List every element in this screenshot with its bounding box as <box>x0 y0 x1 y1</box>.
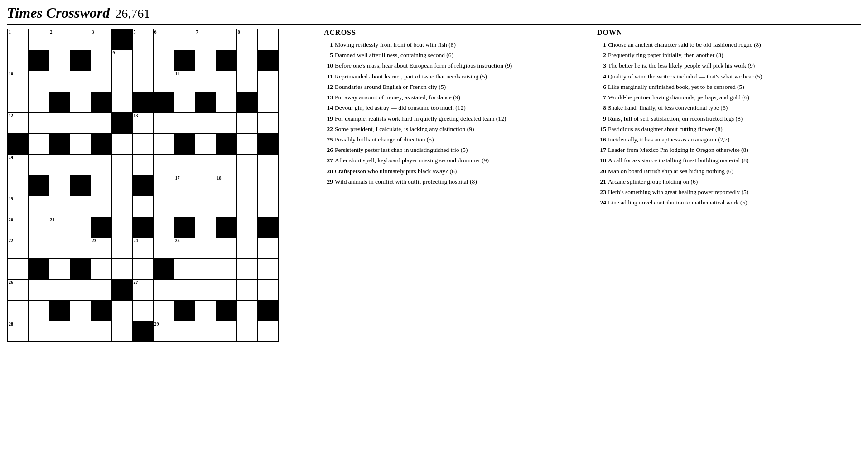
grid-cell[interactable]: 22 <box>7 238 28 258</box>
grid-cell[interactable] <box>174 217 195 238</box>
grid-cell[interactable] <box>28 321 49 342</box>
grid-cell[interactable] <box>91 112 111 133</box>
grid-cell[interactable] <box>49 175 70 196</box>
grid-cell[interactable] <box>153 196 174 217</box>
grid-cell[interactable] <box>195 133 216 154</box>
grid-cell[interactable]: 5 <box>132 29 153 50</box>
grid-cell[interactable] <box>153 175 174 196</box>
crossword-grid[interactable]: 1235678910111213141718192021222324252627… <box>7 29 279 342</box>
grid-cell[interactable] <box>132 258 153 279</box>
grid-cell[interactable]: 7 <box>195 29 216 50</box>
grid-cell[interactable]: 27 <box>132 279 153 300</box>
grid-cell[interactable] <box>111 175 132 196</box>
grid-cell[interactable] <box>132 133 153 154</box>
grid-cell[interactable]: 23 <box>91 238 111 258</box>
grid-cell[interactable] <box>216 258 236 279</box>
grid-cell[interactable] <box>257 321 278 342</box>
grid-cell[interactable] <box>236 321 257 342</box>
grid-cell[interactable] <box>49 112 70 133</box>
grid-cell[interactable] <box>257 258 278 279</box>
grid-cell[interactable] <box>174 321 195 342</box>
grid-cell[interactable] <box>7 175 28 196</box>
grid-cell[interactable] <box>7 50 28 71</box>
grid-cell[interactable]: 9 <box>111 50 132 71</box>
grid-cell[interactable]: 3 <box>91 29 111 50</box>
grid-cell[interactable] <box>236 50 257 71</box>
grid-cell[interactable] <box>49 133 70 154</box>
grid-cell[interactable] <box>91 154 111 175</box>
grid-cell[interactable] <box>111 238 132 258</box>
grid-cell[interactable]: 19 <box>7 196 28 217</box>
grid-cell[interactable]: 12 <box>7 112 28 133</box>
grid-cell[interactable]: 13 <box>132 112 153 133</box>
grid-cell[interactable] <box>153 258 174 279</box>
grid-cell[interactable] <box>28 279 49 300</box>
grid-cell[interactable] <box>70 238 91 258</box>
grid-cell[interactable] <box>91 71 111 92</box>
grid-cell[interactable] <box>111 321 132 342</box>
grid-cell[interactable] <box>153 71 174 92</box>
grid-cell[interactable] <box>216 29 236 50</box>
grid-cell[interactable] <box>49 154 70 175</box>
grid-cell[interactable] <box>195 92 216 112</box>
grid-cell[interactable] <box>153 154 174 175</box>
grid-cell[interactable] <box>195 50 216 71</box>
grid-cell[interactable] <box>70 50 91 71</box>
grid-cell[interactable] <box>236 112 257 133</box>
grid-cell[interactable] <box>28 29 49 50</box>
grid-cell[interactable] <box>111 92 132 112</box>
grid-cell[interactable] <box>257 154 278 175</box>
grid-cell[interactable] <box>70 29 91 50</box>
grid-cell[interactable] <box>153 112 174 133</box>
grid-cell[interactable]: 24 <box>132 238 153 258</box>
grid-cell[interactable] <box>132 175 153 196</box>
grid-cell[interactable] <box>195 258 216 279</box>
grid-cell[interactable] <box>111 29 132 50</box>
grid-cell[interactable]: 20 <box>7 217 28 238</box>
grid-cell[interactable] <box>70 321 91 342</box>
grid-cell[interactable] <box>28 217 49 238</box>
grid-cell[interactable] <box>153 217 174 238</box>
grid-cell[interactable] <box>28 196 49 217</box>
grid-cell[interactable] <box>216 50 236 71</box>
grid-cell[interactable] <box>257 300 278 321</box>
grid-cell[interactable] <box>7 258 28 279</box>
grid-cell[interactable] <box>236 175 257 196</box>
grid-cell[interactable] <box>70 133 91 154</box>
grid-cell[interactable] <box>28 71 49 92</box>
grid-cell[interactable] <box>70 175 91 196</box>
grid-cell[interactable] <box>216 112 236 133</box>
grid-cell[interactable]: 1 <box>7 29 28 50</box>
grid-cell[interactable] <box>174 112 195 133</box>
grid-cell[interactable] <box>111 258 132 279</box>
grid-cell[interactable] <box>216 71 236 92</box>
grid-cell[interactable] <box>91 50 111 71</box>
grid-cell[interactable]: 8 <box>236 29 257 50</box>
grid-cell[interactable] <box>111 217 132 238</box>
grid-cell[interactable] <box>257 279 278 300</box>
grid-cell[interactable] <box>195 71 216 92</box>
grid-cell[interactable] <box>174 50 195 71</box>
grid-cell[interactable] <box>111 300 132 321</box>
grid-cell[interactable] <box>70 112 91 133</box>
grid-cell[interactable] <box>216 279 236 300</box>
grid-cell[interactable] <box>174 133 195 154</box>
grid-cell[interactable] <box>132 154 153 175</box>
grid-cell[interactable] <box>49 92 70 112</box>
grid-cell[interactable] <box>257 238 278 258</box>
grid-cell[interactable] <box>132 50 153 71</box>
grid-cell[interactable] <box>195 300 216 321</box>
grid-cell[interactable] <box>236 154 257 175</box>
grid-cell[interactable]: 28 <box>7 321 28 342</box>
grid-cell[interactable] <box>195 196 216 217</box>
grid-cell[interactable] <box>132 321 153 342</box>
grid-cell[interactable] <box>49 300 70 321</box>
grid-cell[interactable] <box>91 300 111 321</box>
grid-cell[interactable] <box>49 321 70 342</box>
grid-cell[interactable] <box>236 217 257 238</box>
grid-cell[interactable] <box>111 133 132 154</box>
grid-cell[interactable] <box>49 196 70 217</box>
grid-cell[interactable]: 10 <box>7 71 28 92</box>
grid-cell[interactable] <box>257 133 278 154</box>
grid-cell[interactable] <box>91 175 111 196</box>
